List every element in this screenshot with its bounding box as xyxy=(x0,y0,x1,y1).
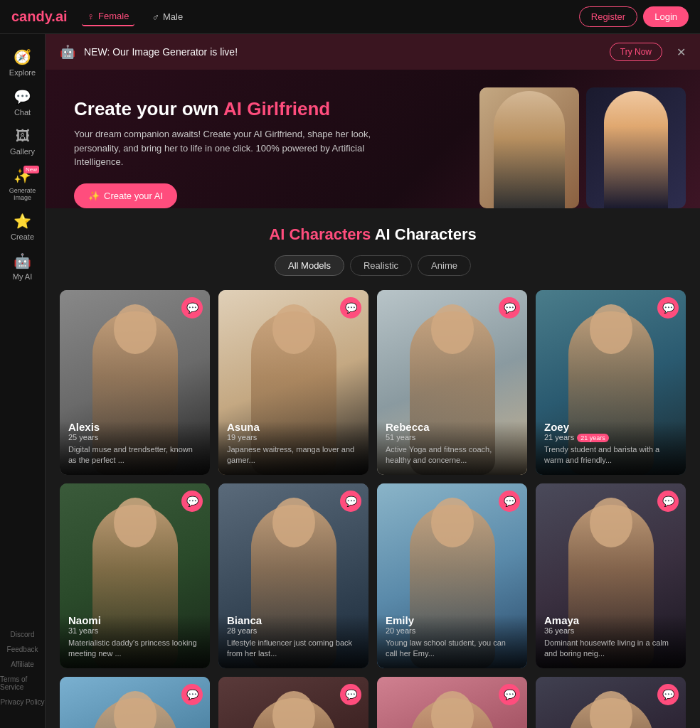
tab-male[interactable]: ♂ Male xyxy=(146,8,189,26)
char-card-asuna[interactable]: 💬 Asuna 19 years Japanese waitress, mang… xyxy=(218,290,368,475)
male-icon: ♂ xyxy=(152,11,159,23)
char-chat-button-rebecca[interactable]: 💬 xyxy=(499,297,520,318)
char-chat-button-alexis[interactable]: 💬 xyxy=(181,297,203,318)
top-nav: candy.ai ♀ Female ♂ Male Register Login xyxy=(0,0,700,34)
privacy-link[interactable]: Privacy Policy xyxy=(0,696,44,708)
sidebar-item-gallery[interactable]: 🖼 Gallery xyxy=(0,122,45,161)
hero-image-realistic xyxy=(479,87,579,208)
register-button[interactable]: Register xyxy=(579,6,637,27)
char-overlay-amaya: Amaya 36 years Dominant housewife living… xyxy=(536,579,686,668)
char-name-emily: Emily xyxy=(386,614,519,626)
char-overlay-asuna: Asuna 19 years Japanese waitress, manga … xyxy=(218,385,368,475)
sidebar-item-explore[interactable]: 🧭 Explore xyxy=(0,43,45,82)
char-overlay-emily: Emily 20 years Young law school student,… xyxy=(377,579,527,668)
chat-icon: 💬 xyxy=(14,88,31,105)
char-chat-button-r1[interactable]: 💬 xyxy=(181,684,203,705)
sidebar-item-myai[interactable]: 🤖 My AI xyxy=(0,247,45,287)
characters-grid: 💬 Alexis 25 years Digital muse and trend… xyxy=(60,290,686,729)
char-card-zoey[interactable]: 💬 Zoey 21 years21 years Trendy student a… xyxy=(536,290,686,475)
hero-banner: Create your own AI Girlfriend Your dream… xyxy=(46,70,700,208)
char-chat-button-bianca[interactable]: 💬 xyxy=(340,491,361,512)
sidebar-item-generate[interactable]: New ✨ Generate Image xyxy=(0,161,45,207)
sidebar-item-create[interactable]: ⭐ Create xyxy=(0,207,45,247)
char-age-bianca: 28 years xyxy=(227,626,360,635)
char-name-naomi: Naomi xyxy=(68,614,201,626)
char-card-rebecca[interactable]: 💬 Rebecca 51 years Active Yoga and fitne… xyxy=(377,290,527,475)
char-desc-naomi: Materialistic daddy's princess looking m… xyxy=(68,638,201,660)
char-overlay-bianca: Bianca 28 years Lifestyle influencer jus… xyxy=(218,579,368,668)
discord-link[interactable]: Discord xyxy=(11,628,35,641)
feedback-link[interactable]: Feedback xyxy=(7,643,38,655)
tab-female[interactable]: ♀ Female xyxy=(82,8,135,26)
char-desc-zoey: Trendy student and barista with a warm a… xyxy=(544,444,677,466)
filter-all-models[interactable]: All Models xyxy=(275,255,344,276)
app-layout: 🧭 Explore 💬 Chat 🖼 Gallery New ✨ Generat… xyxy=(0,34,700,728)
char-card-alexis[interactable]: 💬 Alexis 25 years Digital muse and trend… xyxy=(60,290,210,475)
hero-description: Your dream companion awaits! Create your… xyxy=(74,127,415,169)
login-button[interactable]: Login xyxy=(643,6,689,27)
char-card-naomi[interactable]: 💬 Naomi 31 years Materialistic daddy's p… xyxy=(60,483,210,668)
char-chat-button-naomi[interactable]: 💬 xyxy=(181,491,203,512)
hero-image-anime xyxy=(586,87,686,208)
announcement-icon: 🤖 xyxy=(60,44,75,60)
char-desc-rebecca: Active Yoga and fitness coach, healthy a… xyxy=(386,444,519,466)
announcement-bar: 🤖 NEW: Our Image Generator is live! Try … xyxy=(46,34,700,70)
char-card-amaya[interactable]: 💬 Amaya 36 years Dominant housewife livi… xyxy=(536,483,686,668)
char-chat-button-zoey[interactable]: 💬 xyxy=(657,297,679,318)
char-overlay-alexis: Alexis 25 years Digital muse and trendse… xyxy=(60,385,210,475)
char-age-asuna: 19 years xyxy=(227,433,360,441)
char-age-amaya: 36 years xyxy=(544,626,677,635)
filter-realistic[interactable]: Realistic xyxy=(350,255,412,276)
char-chat-button-r4[interactable]: 💬 xyxy=(657,684,679,705)
char-age-zoey: 21 years21 years xyxy=(544,433,677,441)
create-ai-button[interactable]: ✨ Create your AI xyxy=(74,183,177,208)
char-chat-button-r2[interactable]: 💬 xyxy=(340,684,361,705)
logo: candy.ai xyxy=(11,9,68,25)
char-card-emily[interactable]: 💬 Emily 20 years Young law school studen… xyxy=(377,483,527,668)
explore-title: AI Characters AI Characters xyxy=(60,225,686,244)
char-card-bianca[interactable]: 💬 Bianca 28 years Lifestyle influencer j… xyxy=(218,483,368,668)
char-chat-button-asuna[interactable]: 💬 xyxy=(340,297,361,318)
explore-section: AI Characters AI Characters All Models R… xyxy=(46,208,700,729)
char-desc-emily: Young law school student, you can call h… xyxy=(386,638,519,660)
announcement-text: NEW: Our Image Generator is live! xyxy=(84,46,601,58)
char-desc-alexis: Digital muse and trendsetter, known as t… xyxy=(68,444,201,466)
tos-link[interactable]: Terms of Service xyxy=(0,673,45,693)
char-name-rebecca: Rebecca xyxy=(386,421,519,433)
affiliate-link[interactable]: Affiliate xyxy=(11,658,34,670)
hero-title: Create your own AI Girlfriend xyxy=(74,98,415,120)
char-chat-button-emily[interactable]: 💬 xyxy=(499,491,520,512)
char-desc-amaya: Dominant housewife living in a calm and … xyxy=(544,638,677,660)
char-desc-bianca: Lifestyle influencer just coming back fr… xyxy=(227,638,360,660)
hero-content: Create your own AI Girlfriend Your dream… xyxy=(74,98,415,208)
char-name-amaya: Amaya xyxy=(544,614,677,626)
close-announcement-button[interactable]: ✕ xyxy=(677,46,686,59)
char-card-r3[interactable]: 💬 xyxy=(377,677,527,729)
sparkle-icon: ✨ xyxy=(88,191,100,201)
nav-buttons: Register Login xyxy=(579,6,689,27)
female-icon: ♀ xyxy=(88,11,95,22)
char-overlay-rebecca: Rebecca 51 years Active Yoga and fitness… xyxy=(377,385,527,475)
char-age-naomi: 31 years xyxy=(68,626,201,635)
hero-images xyxy=(479,87,686,208)
sidebar-bottom: Discord Feedback Affiliate Terms of Serv… xyxy=(0,628,45,719)
char-age-alexis: 25 years xyxy=(68,433,201,441)
char-card-r2[interactable]: 💬 xyxy=(218,677,368,729)
main-content: 🤖 NEW: Our Image Generator is live! Try … xyxy=(46,34,700,728)
gallery-icon: 🖼 xyxy=(16,128,30,144)
char-name-asuna: Asuna xyxy=(227,421,360,433)
try-now-button[interactable]: Try Now xyxy=(610,43,662,61)
char-card-r1[interactable]: 💬 xyxy=(60,677,210,729)
filter-tabs: All Models Realistic Anime xyxy=(60,255,686,276)
filter-anime[interactable]: Anime xyxy=(418,255,471,276)
char-chat-button-amaya[interactable]: 💬 xyxy=(657,491,679,512)
sidebar-item-chat[interactable]: 💬 Chat xyxy=(0,82,45,122)
char-name-alexis: Alexis xyxy=(68,421,201,433)
char-age-emily: 20 years xyxy=(386,626,519,635)
gender-tabs: ♀ Female ♂ Male xyxy=(82,8,579,26)
create-icon: ⭐ xyxy=(14,213,31,230)
char-card-r4[interactable]: 💬 xyxy=(536,677,686,729)
char-age-rebecca: 51 years xyxy=(386,433,519,441)
char-chat-button-r3[interactable]: 💬 xyxy=(499,684,520,705)
char-name-bianca: Bianca xyxy=(227,614,360,626)
